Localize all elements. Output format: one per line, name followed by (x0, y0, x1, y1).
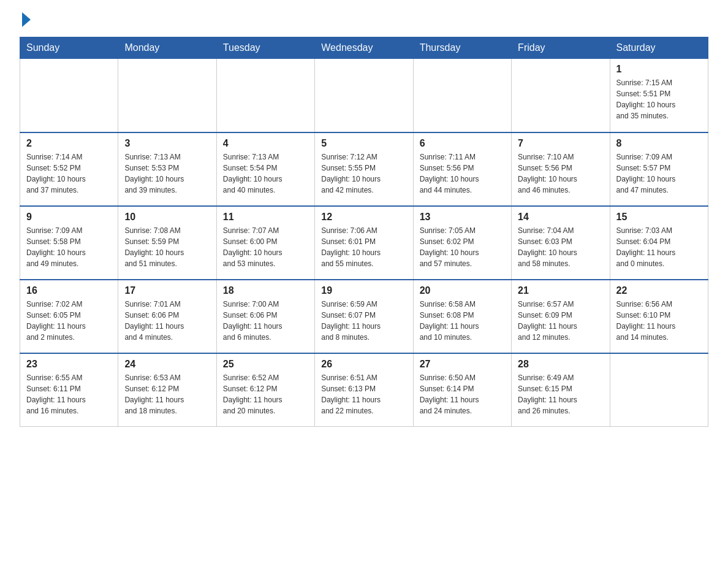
calendar-cell: 11Sunrise: 7:07 AMSunset: 6:00 PMDayligh… (216, 206, 314, 280)
day-number: 7 (518, 138, 603, 149)
calendar-cell: 26Sunrise: 6:51 AMSunset: 6:13 PMDayligh… (315, 353, 413, 427)
day-of-week-header: Monday (118, 37, 216, 59)
calendar-week-row: 2Sunrise: 7:14 AMSunset: 5:52 PMDaylight… (20, 132, 708, 206)
calendar-cell: 20Sunrise: 6:58 AMSunset: 6:08 PMDayligh… (413, 280, 511, 353)
day-number: 15 (616, 212, 702, 223)
day-info: Sunrise: 6:49 AMSunset: 6:15 PMDaylight:… (518, 372, 603, 416)
day-number: 18 (223, 285, 308, 296)
calendar-cell: 13Sunrise: 7:05 AMSunset: 6:02 PMDayligh… (413, 206, 511, 280)
calendar-cell (216, 59, 314, 132)
logo (20, 15, 31, 26)
day-info: Sunrise: 6:58 AMSunset: 6:08 PMDaylight:… (420, 299, 505, 343)
day-number: 12 (321, 212, 406, 223)
calendar-cell: 19Sunrise: 6:59 AMSunset: 6:07 PMDayligh… (315, 280, 413, 353)
day-number: 14 (518, 212, 603, 223)
day-info: Sunrise: 6:50 AMSunset: 6:14 PMDaylight:… (420, 372, 505, 416)
calendar-cell: 27Sunrise: 6:50 AMSunset: 6:14 PMDayligh… (413, 353, 511, 427)
day-info: Sunrise: 7:07 AMSunset: 6:00 PMDaylight:… (223, 225, 308, 269)
day-number: 26 (321, 359, 406, 370)
day-info: Sunrise: 6:51 AMSunset: 6:13 PMDaylight:… (321, 372, 406, 416)
day-of-week-header: Thursday (413, 37, 511, 59)
day-number: 28 (518, 359, 603, 370)
day-info: Sunrise: 6:55 AMSunset: 6:11 PMDaylight:… (26, 372, 112, 416)
calendar-cell (315, 59, 413, 132)
day-info: Sunrise: 7:00 AMSunset: 6:06 PMDaylight:… (223, 299, 308, 343)
calendar-cell: 17Sunrise: 7:01 AMSunset: 6:06 PMDayligh… (118, 280, 216, 353)
calendar-cell (20, 59, 118, 132)
day-number: 24 (124, 359, 210, 370)
calendar-cell: 18Sunrise: 7:00 AMSunset: 6:06 PMDayligh… (216, 280, 314, 353)
calendar-cell: 22Sunrise: 6:56 AMSunset: 6:10 PMDayligh… (610, 280, 708, 353)
day-info: Sunrise: 7:09 AMSunset: 5:58 PMDaylight:… (26, 225, 112, 269)
calendar-cell: 9Sunrise: 7:09 AMSunset: 5:58 PMDaylight… (20, 206, 118, 280)
day-info: Sunrise: 7:12 AMSunset: 5:55 PMDaylight:… (321, 151, 406, 196)
calendar-cell: 6Sunrise: 7:11 AMSunset: 5:56 PMDaylight… (413, 132, 511, 206)
day-info: Sunrise: 7:08 AMSunset: 5:59 PMDaylight:… (124, 225, 210, 269)
calendar-header-row: SundayMondayTuesdayWednesdayThursdayFrid… (20, 37, 708, 59)
day-info: Sunrise: 7:06 AMSunset: 6:01 PMDaylight:… (321, 225, 406, 269)
day-number: 5 (321, 138, 406, 149)
calendar-cell: 3Sunrise: 7:13 AMSunset: 5:53 PMDaylight… (118, 132, 216, 206)
day-info: Sunrise: 7:03 AMSunset: 6:04 PMDaylight:… (616, 225, 702, 269)
calendar-cell (610, 353, 708, 427)
day-of-week-header: Tuesday (216, 37, 314, 59)
calendar-cell: 7Sunrise: 7:10 AMSunset: 5:56 PMDaylight… (512, 132, 610, 206)
day-number: 27 (420, 359, 505, 370)
day-number: 17 (124, 285, 210, 296)
day-info: Sunrise: 7:01 AMSunset: 6:06 PMDaylight:… (124, 299, 210, 343)
calendar-cell (118, 59, 216, 132)
calendar-week-row: 23Sunrise: 6:55 AMSunset: 6:11 PMDayligh… (20, 353, 708, 427)
day-number: 23 (26, 359, 112, 370)
day-info: Sunrise: 7:02 AMSunset: 6:05 PMDaylight:… (26, 299, 112, 343)
day-of-week-header: Saturday (610, 37, 708, 59)
calendar-cell: 24Sunrise: 6:53 AMSunset: 6:12 PMDayligh… (118, 353, 216, 427)
calendar-cell: 4Sunrise: 7:13 AMSunset: 5:54 PMDaylight… (216, 132, 314, 206)
calendar-cell: 25Sunrise: 6:52 AMSunset: 6:12 PMDayligh… (216, 353, 314, 427)
calendar-cell: 15Sunrise: 7:03 AMSunset: 6:04 PMDayligh… (610, 206, 708, 280)
day-of-week-header: Friday (512, 37, 610, 59)
calendar-cell: 8Sunrise: 7:09 AMSunset: 5:57 PMDaylight… (610, 132, 708, 206)
calendar-cell: 2Sunrise: 7:14 AMSunset: 5:52 PMDaylight… (20, 132, 118, 206)
logo-arrow-icon (22, 12, 31, 27)
day-info: Sunrise: 6:56 AMSunset: 6:10 PMDaylight:… (616, 299, 702, 343)
day-number: 11 (223, 212, 308, 223)
day-info: Sunrise: 7:04 AMSunset: 6:03 PMDaylight:… (518, 225, 603, 269)
day-info: Sunrise: 7:09 AMSunset: 5:57 PMDaylight:… (616, 151, 702, 196)
calendar-cell: 12Sunrise: 7:06 AMSunset: 6:01 PMDayligh… (315, 206, 413, 280)
calendar-cell: 16Sunrise: 7:02 AMSunset: 6:05 PMDayligh… (20, 280, 118, 353)
calendar-cell: 23Sunrise: 6:55 AMSunset: 6:11 PMDayligh… (20, 353, 118, 427)
day-number: 19 (321, 285, 406, 296)
day-number: 2 (26, 138, 112, 149)
day-info: Sunrise: 7:05 AMSunset: 6:02 PMDaylight:… (420, 225, 505, 269)
calendar-cell: 14Sunrise: 7:04 AMSunset: 6:03 PMDayligh… (512, 206, 610, 280)
calendar-cell: 21Sunrise: 6:57 AMSunset: 6:09 PMDayligh… (512, 280, 610, 353)
day-number: 21 (518, 285, 603, 296)
day-number: 20 (420, 285, 505, 296)
day-info: Sunrise: 6:59 AMSunset: 6:07 PMDaylight:… (321, 299, 406, 343)
day-number: 10 (124, 212, 210, 223)
day-number: 9 (26, 212, 112, 223)
calendar-week-row: 9Sunrise: 7:09 AMSunset: 5:58 PMDaylight… (20, 206, 708, 280)
calendar-cell: 1Sunrise: 7:15 AMSunset: 5:51 PMDaylight… (610, 59, 708, 132)
day-number: 22 (616, 285, 702, 296)
page-header (20, 15, 708, 26)
day-number: 8 (616, 138, 702, 149)
day-info: Sunrise: 6:52 AMSunset: 6:12 PMDaylight:… (223, 372, 308, 416)
day-number: 6 (420, 138, 505, 149)
day-number: 1 (616, 64, 702, 75)
day-number: 4 (223, 138, 308, 149)
calendar-cell: 28Sunrise: 6:49 AMSunset: 6:15 PMDayligh… (512, 353, 610, 427)
day-of-week-header: Sunday (20, 37, 118, 59)
day-info: Sunrise: 6:53 AMSunset: 6:12 PMDaylight:… (124, 372, 210, 416)
day-number: 16 (26, 285, 112, 296)
day-info: Sunrise: 7:15 AMSunset: 5:51 PMDaylight:… (616, 77, 702, 121)
calendar-table: SundayMondayTuesdayWednesdayThursdayFrid… (20, 37, 708, 427)
calendar-week-row: 1Sunrise: 7:15 AMSunset: 5:51 PMDaylight… (20, 59, 708, 132)
day-info: Sunrise: 7:10 AMSunset: 5:56 PMDaylight:… (518, 151, 603, 196)
day-of-week-header: Wednesday (315, 37, 413, 59)
day-info: Sunrise: 7:14 AMSunset: 5:52 PMDaylight:… (26, 151, 112, 196)
day-info: Sunrise: 7:11 AMSunset: 5:56 PMDaylight:… (420, 151, 505, 196)
day-number: 3 (124, 138, 210, 149)
calendar-cell: 5Sunrise: 7:12 AMSunset: 5:55 PMDaylight… (315, 132, 413, 206)
day-info: Sunrise: 7:13 AMSunset: 5:53 PMDaylight:… (124, 151, 210, 196)
